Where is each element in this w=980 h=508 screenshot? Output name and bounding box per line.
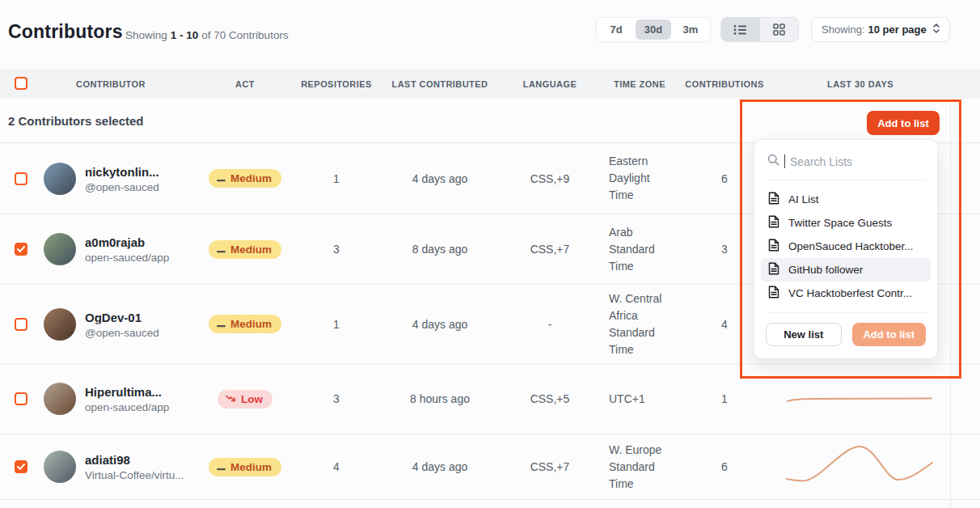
list-view-button[interactable] <box>721 18 760 41</box>
dash-icon <box>217 461 226 473</box>
document-icon <box>768 192 779 207</box>
add-to-list-button[interactable]: Add to list <box>867 111 940 135</box>
repositories-value: 1 <box>300 285 373 363</box>
contributor-handle: Virtual-Coffee/virtu... <box>85 469 221 481</box>
date-range-toggle: 7d 30d 3m <box>596 17 711 42</box>
sparkline-wave <box>786 434 933 499</box>
document-icon <box>768 286 779 301</box>
language-value: CSS,+9 <box>509 143 590 214</box>
grid-view-button[interactable] <box>760 18 799 41</box>
showing-prefix: Showing <box>125 29 167 41</box>
trend-down-icon <box>226 393 236 405</box>
activity-badge: Medium <box>209 458 281 476</box>
last-contributed-value: 8 hours ago <box>391 364 488 434</box>
list-item-label: GitHub follower <box>788 264 863 276</box>
list-item-label: VC Hacktoberfest Contr... <box>788 287 912 299</box>
per-page-value: 10 per page <box>868 23 926 36</box>
select-all-checkbox[interactable] <box>15 77 27 90</box>
list-item[interactable]: Twitter Space Guests <box>761 211 931 235</box>
col-header-time-zone: TIME ZONE <box>599 69 680 99</box>
avatar[interactable] <box>44 308 76 341</box>
document-icon <box>768 215 779 231</box>
list-view-icon <box>733 24 747 36</box>
language-value: - <box>509 285 590 363</box>
view-mode-toggle <box>720 17 799 42</box>
activity-badge: Medium <box>209 240 281 259</box>
language-value: CSS,+7 <box>509 434 590 499</box>
contributor-name[interactable]: OgDev-01 <box>85 310 221 324</box>
row-checkbox[interactable] <box>15 460 27 473</box>
list-item[interactable]: GitHub follower <box>761 258 931 282</box>
activity-label: Medium <box>230 243 272 256</box>
list-item[interactable]: VC Hacktoberfest Contr... <box>761 282 931 305</box>
search-lists-row <box>754 140 937 180</box>
selection-count-text: 2 Contributors selected <box>8 114 144 128</box>
lists-menu: AI List Twitter Space Guests OpenSauced … <box>754 180 937 312</box>
dash-icon <box>217 243 226 256</box>
row-checkbox[interactable] <box>15 392 27 405</box>
row-checkbox[interactable] <box>15 172 27 185</box>
text-cursor <box>784 155 785 168</box>
per-page-select[interactable]: Showing: 10 per page <box>811 17 950 42</box>
dash-icon <box>217 172 226 184</box>
avatar[interactable] <box>44 233 76 265</box>
last-contributed-value: 8 days ago <box>391 214 488 284</box>
page-title: Contributors <box>8 21 123 43</box>
popover-footer: New list Add to list <box>754 313 937 358</box>
range-30d-button[interactable]: 30d <box>636 19 671 40</box>
table-row: adiati98 Virtual-Coffee/virtu... Medium … <box>0 434 980 500</box>
list-item[interactable]: AI List <box>761 188 931 211</box>
repositories-value: 4 <box>300 434 373 499</box>
col-header-contributor: CONTRIBUTOR <box>76 69 173 99</box>
activity-label: Medium <box>230 172 272 184</box>
avatar[interactable] <box>44 163 76 195</box>
time-zone-value: UTC+1 <box>609 364 674 434</box>
col-header-last-contributed: LAST CONTRIBUTED <box>391 69 488 99</box>
row-checkbox[interactable] <box>15 243 27 256</box>
document-icon <box>768 262 779 277</box>
contributors-page: Contributors Showing 1 - 10 of 70 Contri… <box>0 0 980 508</box>
activity-badge: Medium <box>209 315 281 333</box>
contributor-name[interactable]: nickytonlin... <box>85 164 221 178</box>
activity-label: Medium <box>230 461 272 473</box>
contributor-name[interactable]: a0m0rajab <box>85 235 221 249</box>
last-contributed-value: 4 days ago <box>391 285 488 363</box>
time-zone-value: W. Europe Standard Time <box>609 434 674 499</box>
range-3m-button[interactable]: 3m <box>673 19 708 40</box>
dash-icon <box>217 318 226 330</box>
list-item-label: AI List <box>788 193 819 205</box>
showing-summary: Showing 1 - 10 of 70 Contributors <box>125 29 289 41</box>
contributions-value: 1 <box>684 364 765 434</box>
search-icon <box>767 154 779 169</box>
search-lists-input[interactable] <box>790 155 911 168</box>
avatar[interactable] <box>44 383 76 415</box>
contributor-name[interactable]: Hiperultima... <box>85 385 221 399</box>
list-item-label: Twitter Space Guests <box>788 217 892 229</box>
activity-badge: Low <box>218 390 272 409</box>
add-to-list-confirm-button[interactable]: Add to list <box>852 323 927 346</box>
document-icon <box>768 239 779 254</box>
time-zone-value: Eastern Daylight Time <box>609 143 674 214</box>
col-header-contributions: CONTRIBUTIONS <box>684 69 765 99</box>
col-header-act: ACT <box>209 69 281 99</box>
row-checkbox[interactable] <box>15 318 27 331</box>
showing-range: 1 - 10 <box>171 29 199 41</box>
table-header-row: CONTRIBUTOR ACT REPOSITORIES LAST CONTRI… <box>0 69 980 99</box>
per-page-prefix: Showing: <box>822 23 864 36</box>
contributions-value: 4 <box>684 285 765 363</box>
table-right-edge-divider <box>950 99 951 508</box>
contributions-value: 3 <box>684 214 765 284</box>
list-item[interactable]: OpenSauced Hacktober... <box>761 235 931 258</box>
repositories-value: 3 <box>300 364 373 434</box>
repositories-value: 1 <box>300 143 373 214</box>
avatar[interactable] <box>44 451 76 483</box>
sparkline-flat <box>786 364 933 434</box>
range-7d-button[interactable]: 7d <box>598 19 634 40</box>
col-header-last-30-days: LAST 30 DAYS <box>820 69 901 99</box>
selection-banner: 2 Contributors selected Add to list <box>0 99 980 143</box>
showing-suffix: of 70 Contributors <box>201 29 288 41</box>
contributor-handle: open-sauced/app <box>85 252 221 264</box>
table-row: Hiperultima... open-sauced/app Low 3 8 h… <box>0 364 980 434</box>
contributor-name[interactable]: adiati98 <box>85 453 221 467</box>
new-list-button[interactable]: New list <box>766 323 842 346</box>
